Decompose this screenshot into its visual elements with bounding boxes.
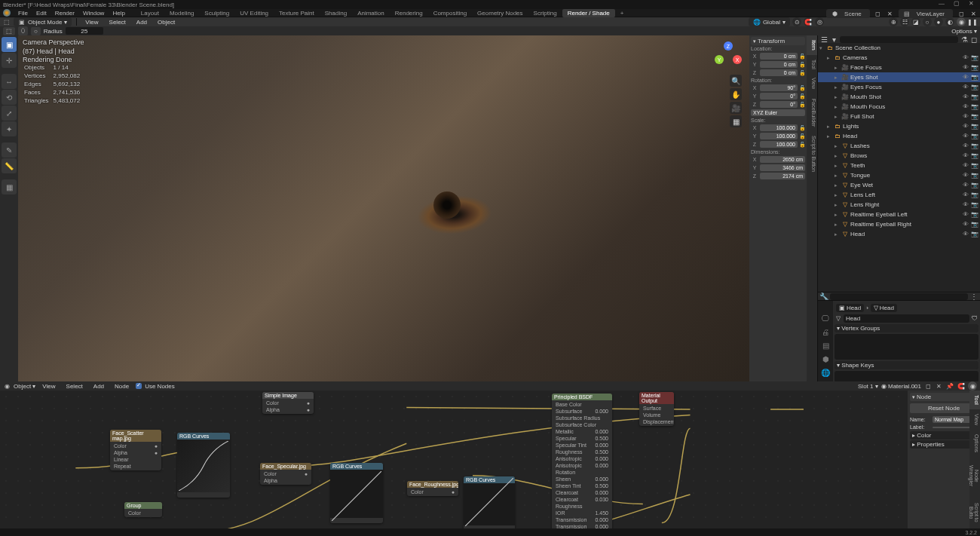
workspace-tab[interactable]: Render / Shade bbox=[562, 9, 615, 17]
workspace-tab[interactable]: Animation bbox=[352, 9, 390, 17]
eye-icon[interactable]: 👁 bbox=[963, 84, 969, 90]
menu-help[interactable]: Help bbox=[109, 10, 128, 17]
axis-z-icon[interactable]: Z bbox=[724, 41, 733, 51]
pause-icon[interactable]: ❚❚ bbox=[968, 17, 977, 26]
eye-icon[interactable]: 👁 bbox=[963, 231, 969, 237]
outliner-item[interactable]: ▸🗀Head👁📷 bbox=[818, 131, 980, 141]
view-menu[interactable]: View bbox=[81, 19, 102, 26]
sidebar-tab[interactable]: View bbox=[807, 73, 817, 93]
outliner-icon[interactable]: ☰ bbox=[820, 35, 828, 43]
tool-scale[interactable]: ⤢ bbox=[2, 106, 17, 121]
snap-node-icon[interactable]: 🧲 bbox=[957, 381, 966, 391]
node-rgb-curves[interactable]: RGB Curves bbox=[177, 433, 230, 440]
shader-type-selector[interactable]: Object ▾ bbox=[14, 383, 35, 390]
overlay-toggle-icon[interactable]: ☷ bbox=[900, 17, 909, 26]
sec-shape-keys[interactable]: Shape Keys bbox=[835, 361, 978, 369]
new-collection-icon[interactable]: ◻ bbox=[970, 35, 978, 43]
reset-node-button[interactable]: Reset Node bbox=[910, 403, 978, 413]
zoom-icon[interactable]: 🔍 bbox=[730, 75, 742, 87]
tool-lasso-select[interactable]: ⬯ bbox=[18, 26, 28, 35]
tool-annotate[interactable]: ✎ bbox=[2, 142, 17, 158]
node-material-output[interactable]: Material Output bbox=[639, 392, 674, 404]
radius-input[interactable] bbox=[66, 27, 103, 35]
workspace-tab[interactable]: UV Editing bbox=[234, 9, 274, 17]
rot-z-field[interactable]: 0° bbox=[760, 101, 798, 108]
render-icon[interactable]: 📷 bbox=[971, 123, 978, 130]
eye-icon[interactable]: 👁 bbox=[963, 142, 969, 149]
menu-window[interactable]: Window bbox=[79, 10, 108, 17]
snap-icon[interactable]: 🧲 bbox=[804, 17, 813, 26]
outliner-item[interactable]: ▸🎥Eyes Focus👁📷 bbox=[818, 82, 980, 92]
lock-icon[interactable]: 🔓 bbox=[799, 54, 805, 60]
render-icon[interactable]: 📷 bbox=[971, 152, 978, 159]
scale-x-field[interactable]: 100.000 bbox=[760, 124, 798, 131]
node-frame[interactable]: Simple Image bbox=[262, 392, 314, 399]
bc-mesh[interactable]: ▽ Head bbox=[871, 304, 897, 312]
render-icon[interactable]: 📷 bbox=[971, 201, 978, 208]
del-mat-icon[interactable]: ✕ bbox=[935, 382, 942, 390]
render-icon[interactable]: 📷 bbox=[971, 84, 978, 90]
menu-render[interactable]: Render bbox=[51, 10, 78, 17]
tool-box-select[interactable]: ⬚ bbox=[3, 27, 15, 35]
nav-gizmo[interactable]: Z X Y bbox=[715, 41, 742, 69]
maximize-icon[interactable]: ▢ bbox=[954, 0, 960, 7]
node-properties-section[interactable]: Properties bbox=[910, 440, 978, 449]
dim-x-field[interactable]: 2650 cm bbox=[760, 156, 805, 163]
eye-icon[interactable]: 👁 bbox=[963, 182, 969, 188]
scene-selector[interactable]: ⬢Scene bbox=[826, 9, 870, 18]
workspace-tab[interactable]: Shading bbox=[320, 9, 352, 17]
editor-type-icon[interactable]: ⬚ bbox=[3, 18, 11, 26]
tool-transform[interactable]: ✦ bbox=[2, 121, 17, 136]
display-mode-icon[interactable]: ▾ bbox=[830, 35, 838, 43]
ne-view-menu[interactable]: View bbox=[38, 383, 59, 390]
render-icon[interactable]: 📷 bbox=[971, 133, 978, 139]
vertex-groups-list[interactable] bbox=[835, 334, 978, 360]
props-options-icon[interactable]: ⋮ bbox=[970, 293, 978, 300]
select-menu[interactable]: Select bbox=[106, 19, 130, 26]
eye-icon[interactable]: 👁 bbox=[963, 133, 969, 139]
node-panel-header[interactable]: Node bbox=[910, 393, 978, 401]
filter-icon[interactable]: ⚗ bbox=[960, 35, 968, 43]
gizmo-toggle-icon[interactable]: ⊕ bbox=[889, 17, 898, 26]
minimize-icon[interactable]: — bbox=[939, 0, 945, 7]
render-icon[interactable]: 📷 bbox=[971, 182, 978, 188]
eye-icon[interactable]: 👁 bbox=[963, 93, 969, 100]
render-icon[interactable]: 📷 bbox=[971, 113, 978, 120]
camera-view-icon[interactable]: 🎥 bbox=[730, 102, 742, 114]
workspace-tab[interactable]: Rendering bbox=[390, 9, 428, 17]
tool-measure[interactable]: 📏 bbox=[2, 158, 17, 173]
node-sidebar-tab[interactable]: Script to Butto bbox=[969, 495, 980, 531]
axis-y-icon[interactable]: Y bbox=[715, 55, 724, 64]
workspace-tab[interactable]: Geometry Nodes bbox=[472, 9, 528, 17]
viewlayer-selector[interactable]: ▤ViewLayer bbox=[899, 9, 953, 18]
node-sidebar-tab[interactable]: Node Wrangler bbox=[969, 457, 980, 495]
bc-object[interactable]: ▣ Head bbox=[836, 304, 864, 312]
outliner-item[interactable]: ▸🗀Cameras👁📷 bbox=[818, 53, 980, 63]
outliner[interactable]: ▾🗀Scene Collection▸🗀Cameras👁📷▸🎥Face Focu… bbox=[818, 43, 980, 292]
rot-mode-field[interactable]: XYZ Euler bbox=[751, 109, 805, 116]
tool-select-box[interactable]: ▣ bbox=[2, 37, 17, 52]
node-sidebar-tab[interactable]: View bbox=[969, 409, 980, 430]
pin-icon[interactable]: 📌 bbox=[945, 381, 954, 391]
outliner-item[interactable]: ▸🎥Mouth Focus👁📷 bbox=[818, 102, 980, 112]
tool-rotate[interactable]: ⟲ bbox=[2, 90, 17, 105]
lock-icon[interactable]: 🔓 bbox=[799, 62, 805, 68]
render-icon[interactable]: 📷 bbox=[971, 64, 978, 71]
tool-move[interactable]: ↔ bbox=[2, 74, 17, 89]
new-mat-icon[interactable]: ◻ bbox=[924, 382, 932, 390]
outliner-item[interactable]: ▸🎥Face Focus👁📷 bbox=[818, 63, 980, 72]
outliner-item[interactable]: ▸🎥Full Shot👁📷 bbox=[818, 112, 980, 121]
outliner-item[interactable]: ▸▽Realtime Eyeball Right👁📷 bbox=[818, 219, 980, 229]
render-icon[interactable]: 📷 bbox=[971, 211, 978, 218]
workspace-tab[interactable]: Compositing bbox=[428, 9, 472, 17]
dim-y-field[interactable]: 3466 cm bbox=[760, 164, 805, 171]
node-canvas[interactable]: Simple Image Color●Alpha● Face_Scatter m… bbox=[0, 391, 908, 531]
slot-selector[interactable]: Slot 1 ▾ bbox=[858, 383, 878, 390]
material-selector[interactable]: ◉ Material.001 bbox=[881, 383, 921, 390]
rot-x-field[interactable]: 90° bbox=[760, 84, 798, 91]
render-icon[interactable]: 📷 bbox=[971, 191, 978, 198]
tab-output[interactable]: 🖨 bbox=[819, 326, 831, 338]
overlay-node-icon[interactable]: ◉ bbox=[968, 381, 977, 391]
menu-edit[interactable]: Edit bbox=[32, 10, 51, 17]
eye-icon[interactable]: 👁 bbox=[963, 113, 969, 120]
